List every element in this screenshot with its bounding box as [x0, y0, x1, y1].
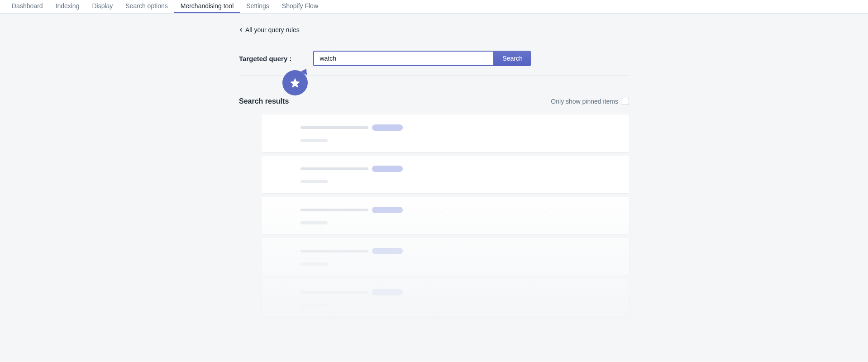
- search-results-title: Search results: [239, 97, 289, 105]
- result-card-skeleton: [262, 114, 629, 152]
- skeleton-title-line: [300, 250, 368, 252]
- skeleton-sub-line: [300, 221, 328, 224]
- nav-merchandising-tool[interactable]: Merchandising tool: [174, 0, 240, 13]
- skeleton-sub-line: [300, 262, 328, 266]
- skeleton-badge: [372, 166, 403, 172]
- results-header: Search results Only show pinned items: [239, 97, 629, 105]
- nav-shopify-flow[interactable]: Shopify Flow: [276, 0, 324, 13]
- nav-display[interactable]: Display: [86, 0, 119, 13]
- result-card-skeleton: [262, 279, 629, 317]
- pinned-checkbox[interactable]: [622, 98, 629, 105]
- skeleton-badge: [372, 248, 403, 254]
- back-link[interactable]: All your query rules: [239, 26, 300, 33]
- top-nav: Dashboard Indexing Display Search option…: [0, 0, 868, 14]
- nav-settings[interactable]: Settings: [240, 0, 276, 13]
- search-group: Search: [313, 51, 530, 66]
- chevron-left-icon: [239, 28, 243, 32]
- result-card-skeleton: [262, 238, 629, 276]
- result-card-skeleton: [262, 197, 629, 234]
- pinned-toggle-label: Only show pinned items: [551, 98, 618, 105]
- nav-search-options[interactable]: Search options: [119, 0, 174, 13]
- skeleton-badge: [372, 289, 403, 295]
- pinned-toggle: Only show pinned items: [551, 98, 629, 105]
- skeleton-badge: [372, 207, 403, 213]
- skeleton-title-line: [300, 167, 368, 170]
- targeted-query-label: Targeted query :: [239, 55, 291, 62]
- skeleton-title-line: [300, 209, 368, 211]
- main-container: All your query rules Targeted query : Se…: [239, 14, 629, 333]
- skeleton-sub-line: [300, 180, 328, 183]
- result-card-skeleton: [262, 156, 629, 193]
- search-button[interactable]: Search: [494, 51, 530, 66]
- skeleton-sub-line: [300, 139, 328, 142]
- skeleton-title-line: [300, 126, 368, 129]
- skeleton-sub-line: [300, 304, 328, 307]
- nav-indexing[interactable]: Indexing: [49, 0, 86, 13]
- targeted-query-input[interactable]: [313, 51, 494, 66]
- star-badge[interactable]: [282, 70, 308, 95]
- skeleton-title-line: [300, 291, 368, 294]
- query-row: Targeted query : Search: [239, 51, 629, 66]
- nav-dashboard[interactable]: Dashboard: [5, 0, 49, 13]
- results-list: [262, 114, 629, 317]
- star-icon: [289, 77, 301, 89]
- skeleton-badge: [372, 124, 403, 131]
- back-link-label: All your query rules: [245, 26, 300, 33]
